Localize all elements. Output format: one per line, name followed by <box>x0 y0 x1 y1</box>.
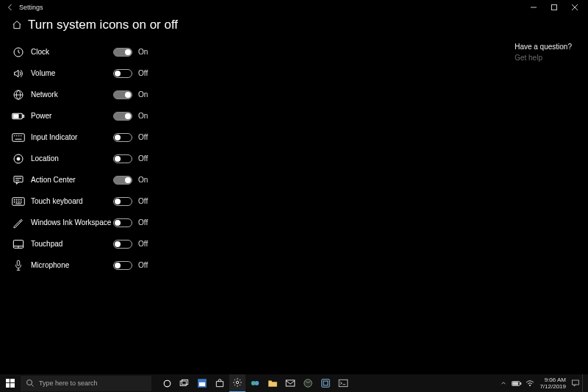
toggle-microphone[interactable] <box>113 261 132 270</box>
settings-list: Clock On Volume Off <box>10 41 201 276</box>
tray-network-icon[interactable] <box>523 374 537 393</box>
svg-rect-57 <box>339 379 348 386</box>
setting-row-action-center: Action Center On <box>10 169 201 190</box>
toggle-input-indicator[interactable] <box>113 133 132 142</box>
search-icon <box>25 379 35 388</box>
setting-label: Clock <box>31 48 113 56</box>
home-icon[interactable] <box>10 20 24 30</box>
svg-point-27 <box>14 202 15 202</box>
svg-rect-56 <box>323 381 328 385</box>
toggle-location[interactable] <box>113 154 132 163</box>
taskbar-explorer[interactable] <box>265 374 281 393</box>
start-button[interactable] <box>0 374 21 393</box>
toggle-state: On <box>138 112 148 120</box>
svg-point-54 <box>304 379 312 388</box>
page-title: Turn system icons on or off <box>28 18 178 32</box>
svg-point-52 <box>254 381 259 385</box>
taskbar-mail[interactable] <box>282 374 298 393</box>
tray-date: 7/12/2019 <box>539 383 566 390</box>
page-header: Turn system icons on or off <box>0 15 588 40</box>
help-question: Have a question? <box>514 43 572 51</box>
ink-workspace-icon <box>10 217 26 229</box>
svg-point-45 <box>164 380 171 387</box>
toggle-power[interactable] <box>113 112 132 121</box>
setting-row-touch-keyboard: Touch keyboard Off <box>10 190 201 212</box>
show-desktop-button[interactable] <box>582 374 585 393</box>
clock-icon <box>10 46 26 58</box>
svg-rect-39 <box>6 379 10 382</box>
setting-label: Touch keyboard <box>31 197 113 205</box>
touch-keyboard-icon <box>10 196 26 207</box>
setting-label: Windows Ink Workspace <box>31 218 113 227</box>
setting-label: Input Indicator <box>31 133 113 141</box>
svg-point-26 <box>21 199 21 200</box>
svg-point-43 <box>27 380 32 385</box>
toggle-volume[interactable] <box>113 69 132 78</box>
task-view-button[interactable] <box>176 374 193 393</box>
svg-point-18 <box>17 157 20 160</box>
svg-point-24 <box>16 199 17 200</box>
microphone-icon <box>10 260 26 271</box>
toggle-state: On <box>138 48 148 56</box>
taskbar-settings[interactable] <box>229 374 245 393</box>
svg-rect-19 <box>14 176 23 182</box>
setting-label: Location <box>31 154 113 163</box>
app-title: Settings <box>19 4 43 11</box>
svg-rect-10 <box>13 114 18 118</box>
taskbar: Type here to search <box>0 374 588 392</box>
taskbar-search[interactable]: Type here to search <box>21 376 151 391</box>
system-tray: 9:06 AM 7/12/2019 <box>497 374 588 393</box>
content-area: Clock On Volume Off <box>0 40 588 276</box>
taskbar-xbox[interactable] <box>300 374 316 393</box>
svg-point-28 <box>16 202 17 202</box>
task-icons <box>159 374 351 393</box>
taskbar-app-1[interactable] <box>194 374 210 393</box>
setting-row-microphone: Microphone Off <box>10 254 201 276</box>
cortana-button[interactable] <box>159 374 175 393</box>
setting-row-clock: Clock On <box>10 41 201 63</box>
toggle-state: Off <box>138 133 148 141</box>
taskbar-terminal[interactable] <box>335 374 351 393</box>
action-center-icon <box>10 174 26 186</box>
toggle-touchpad[interactable] <box>113 240 132 249</box>
settings-window: Settings Turn system icons on or off <box>0 0 588 392</box>
title-bar: Settings <box>0 0 588 15</box>
toggle-network[interactable] <box>113 90 132 99</box>
tray-chevron-icon[interactable] <box>497 374 510 393</box>
toggle-clock[interactable] <box>113 48 132 57</box>
svg-point-29 <box>18 202 19 202</box>
back-button[interactable] <box>3 3 18 12</box>
setting-label: Volume <box>31 69 113 77</box>
tray-clock[interactable]: 9:06 AM 7/12/2019 <box>537 377 569 390</box>
window-controls <box>523 0 585 15</box>
location-icon <box>10 153 26 165</box>
setting-label: Microphone <box>31 261 113 269</box>
toggle-action-center[interactable] <box>113 176 132 185</box>
volume-icon <box>10 68 26 79</box>
setting-row-power: Power On <box>10 105 201 126</box>
taskbar-store[interactable] <box>212 374 228 393</box>
minimize-button[interactable] <box>523 0 544 15</box>
toggle-ink-workspace[interactable] <box>113 218 132 227</box>
svg-rect-46 <box>180 381 186 385</box>
svg-line-32 <box>20 221 21 221</box>
svg-rect-47 <box>182 379 188 384</box>
setting-row-location: Location Off <box>10 148 201 169</box>
close-button[interactable] <box>564 0 585 15</box>
toggle-touch-keyboard[interactable] <box>113 197 132 206</box>
setting-row-network: Network On <box>10 84 201 105</box>
svg-rect-1 <box>552 5 557 10</box>
setting-row-ink-workspace: Windows Ink Workspace Off <box>10 212 201 233</box>
svg-point-23 <box>14 199 15 200</box>
toggle-state: Off <box>138 261 148 269</box>
taskbar-app-3[interactable] <box>318 374 334 393</box>
toggle-state: On <box>138 176 148 184</box>
taskbar-app-2[interactable] <box>247 374 263 393</box>
svg-rect-42 <box>10 383 15 388</box>
network-icon <box>10 89 26 101</box>
svg-rect-9 <box>23 115 24 117</box>
tray-battery-icon[interactable] <box>510 374 523 393</box>
get-help-link[interactable]: Get help <box>514 54 572 62</box>
tray-action-center-icon[interactable] <box>569 374 582 393</box>
maximize-button[interactable] <box>544 0 564 15</box>
